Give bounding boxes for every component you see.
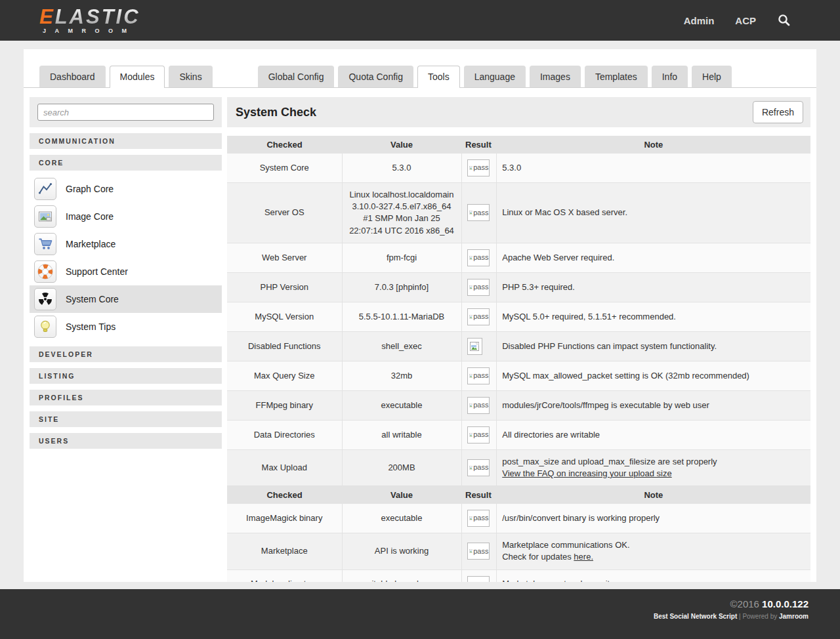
jamroom-link[interactable]: Jamroom [779, 613, 808, 620]
powered-by-text: | Powered by [737, 613, 779, 620]
result-alt-text: pass [473, 282, 488, 292]
cell-value: shell_exec [342, 331, 461, 361]
broken-image-icon: pass [467, 159, 490, 176]
table-row: Max Upload 200MB pass post_max_size and … [227, 449, 810, 485]
tab-images[interactable]: Images [530, 66, 581, 87]
tab-dashboard[interactable]: Dashboard [39, 66, 106, 87]
col-header-value: Value [342, 486, 461, 505]
sidebar-item-support-center[interactable]: Support Center [30, 258, 222, 285]
sidebar-item-graph-core[interactable]: Graph Core [30, 175, 222, 203]
result-alt-text: pass [473, 253, 488, 262]
social-network-script-link[interactable]: Best Social Network Script [654, 613, 737, 620]
top-nav: Admin ACP [684, 13, 791, 28]
tab-templates[interactable]: Templates [585, 66, 648, 87]
sidebar-item-system-tips[interactable]: System Tips [30, 313, 222, 340]
cell-result: pass [461, 504, 497, 533]
refresh-button[interactable]: Refresh [753, 101, 803, 123]
marketplace-updates-link[interactable]: here. [574, 552, 593, 562]
note-line2: Check for updates here. [502, 551, 805, 563]
col-header-checked: Checked [227, 486, 342, 505]
logo-wordmark: ELASTIC [39, 7, 140, 27]
table-row: Server OS Linux localhost.localdomain 3.… [227, 183, 810, 243]
tab-info[interactable]: Info [652, 66, 688, 87]
cell-result: pass [461, 183, 497, 243]
cell-result: pass [461, 243, 497, 272]
cell-checked: Disabled Functions [227, 331, 342, 361]
sidebar-item-image-core[interactable]: Image Core [30, 203, 222, 230]
tab-modules[interactable]: Modules [110, 66, 165, 87]
tab-bar: Dashboard Modules Skins Global Config Qu… [24, 49, 816, 88]
table-row: Max Query Size 32mb pass MySQL max_allow… [227, 361, 810, 390]
sidebar-item-marketplace[interactable]: Marketplace [30, 230, 222, 258]
bulb-icon [34, 316, 56, 338]
result-alt-text: pass [473, 371, 488, 381]
radiation-icon [34, 288, 56, 310]
cell-checked: MySQL Version [227, 302, 342, 331]
cell-note: post_max_size and upload_max_filesize ar… [497, 449, 810, 485]
sidebar-category-users[interactable]: USERS [30, 433, 222, 449]
tab-language[interactable]: Language [464, 66, 526, 87]
broken-image-icon: pass [467, 459, 490, 476]
content-panel: Dashboard Modules Skins Global Config Qu… [24, 49, 816, 582]
tab-global-config[interactable]: Global Config [258, 66, 335, 87]
result-alt-text: pass [473, 579, 488, 582]
cell-note: 5.3.0 [497, 154, 810, 183]
broken-image-icon [467, 338, 482, 355]
main-content: System Check Refresh Checked Value Resul… [227, 97, 810, 582]
sidebar-category-developer[interactable]: DEVELOPER [30, 346, 222, 362]
tab-quota-config[interactable]: Quota Config [338, 66, 413, 87]
page-title: System Check [236, 106, 316, 119]
cell-note: /usr/bin/convert binary is working prope… [497, 504, 810, 533]
result-alt-text: pass [473, 513, 488, 523]
note-text: Check for updates [502, 552, 574, 562]
cell-checked: Modules directory [227, 569, 342, 582]
tab-group-module: Global Config Quota Config Tools Languag… [258, 66, 736, 87]
tab-help[interactable]: Help [692, 66, 732, 87]
nav-acp-link[interactable]: ACP [735, 15, 756, 26]
sidebar-search-strip [30, 97, 222, 127]
tab-skins[interactable]: Skins [169, 66, 212, 87]
cell-value: executable [342, 390, 461, 420]
cell-value: 32mb [342, 361, 461, 390]
tab-tools[interactable]: Tools [417, 66, 460, 87]
broken-image-icon: pass [467, 426, 490, 443]
search-icon[interactable] [777, 13, 791, 28]
cell-result: pass [461, 533, 497, 569]
app-logo[interactable]: ELASTIC JAMROOM [39, 7, 140, 34]
broken-image-icon: pass [467, 397, 490, 414]
top-header: ELASTIC JAMROOM Admin ACP [0, 0, 840, 41]
table-row: System Core 5.3.0 pass 5.3.0 [227, 154, 810, 183]
cell-value: fpm-fcgi [342, 243, 461, 272]
sidebar-category-communication[interactable]: COMMUNICATION [30, 133, 222, 149]
broken-image-icon: pass [467, 308, 490, 325]
sidebar-item-system-core[interactable]: System Core [30, 285, 222, 313]
col-header-result: Result [461, 486, 497, 505]
page-footer: ©2016 10.0.0.122 Best Social Network Scr… [0, 589, 840, 639]
sidebar-category-site[interactable]: SITE [30, 411, 222, 427]
graph-icon [34, 178, 56, 200]
table-row: FFMpeg binary executable pass modules/jr… [227, 390, 810, 420]
sidebar-item-label: System Core [66, 294, 119, 304]
sidebar-category-listing[interactable]: LISTING [30, 368, 222, 384]
logo-subtitle: JAMROOM [39, 28, 140, 34]
nav-admin-link[interactable]: Admin [684, 15, 715, 26]
search-input[interactable] [37, 104, 214, 121]
table-header-row-repeat: Checked Value Result Note [227, 486, 810, 505]
result-alt-text: pass [473, 163, 488, 173]
cell-note: MySQL 5.0+ required, 5.1.51+ recommended… [497, 302, 810, 331]
logo-rest-letters: LASTIC [55, 5, 140, 28]
cell-checked: Max Query Size [227, 361, 342, 390]
logo-accent-letter: E [39, 5, 55, 28]
cell-checked: PHP Version [227, 272, 342, 302]
broken-image-icon: pass [467, 367, 490, 384]
sidebar-category-profiles[interactable]: PROFILES [30, 390, 222, 405]
cell-note: All directories are writable [497, 420, 810, 449]
cart-icon [34, 233, 56, 255]
cell-note: Marketplace communications OK.Check for … [497, 533, 810, 569]
col-header-value: Value [342, 136, 461, 154]
faq-upload-size-link[interactable]: View the FAQ on increasing your upload s… [502, 468, 671, 478]
cell-value: executable [342, 504, 461, 533]
cell-result: pass [461, 154, 497, 183]
sidebar-category-core[interactable]: CORE [30, 155, 222, 171]
table-row: Disabled Functions shell_exec Disabled P… [227, 331, 810, 361]
